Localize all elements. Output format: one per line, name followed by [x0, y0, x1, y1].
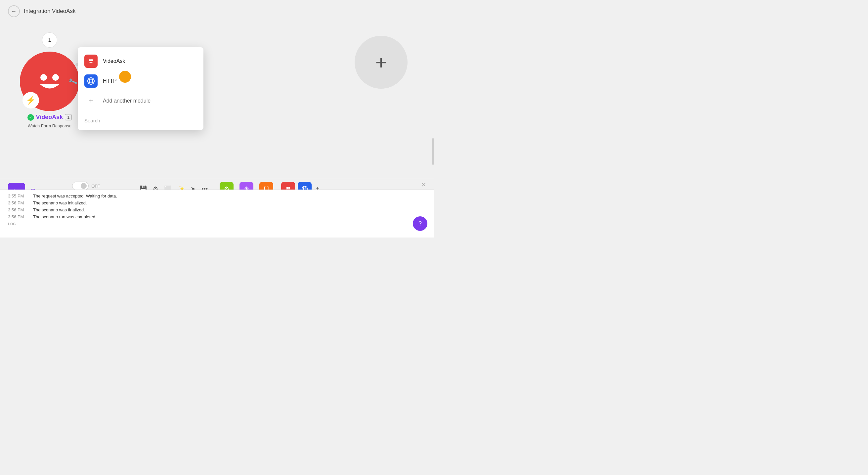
log-message-2: The scenario was initialized. [33, 200, 87, 205]
popup-add-module[interactable]: + Add another module [78, 91, 204, 111]
log-section: 3:55 PM The request was accepted. Waitin… [0, 190, 434, 238]
back-button[interactable]: ← [8, 5, 20, 17]
scheduling-toggle[interactable] [72, 182, 89, 190]
videoask-node-number: 1 [65, 114, 72, 120]
canvas-area: 1 ⚡ ✓ VideoAsk 1 Watch Form Response [0, 23, 434, 181]
add-node-button[interactable]: + [354, 36, 407, 89]
back-icon: ← [11, 8, 17, 14]
svg-point-9 [286, 187, 288, 189]
popup-http-icon [84, 74, 98, 88]
videoask-node-subtitle: Watch Form Response [28, 123, 71, 128]
log-message-1: The request was accepted. Waiting for da… [33, 193, 117, 198]
log-entry-3: 3:56 PM The scenario was finalized. [8, 207, 426, 213]
popup-videoask-icon [84, 55, 98, 68]
page-title: Integration VideoAsk [24, 8, 76, 14]
svg-point-10 [288, 187, 290, 189]
log-time-1: 3:55 PM [8, 193, 28, 198]
log-entry-1: 3:55 PM The request was accepted. Waitin… [8, 192, 426, 199]
add-node-plus-icon: + [375, 51, 387, 74]
check-icon: ✓ [27, 114, 34, 121]
videoask-face-icon [33, 65, 66, 98]
toggle-state-label: OFF [91, 184, 100, 189]
log-message-3: The scenario was finalized. [33, 208, 85, 212]
videoask-number-bubble: 1 [42, 32, 57, 48]
cursor-dot [119, 71, 131, 83]
svg-point-2 [89, 59, 91, 61]
close-button[interactable]: ✕ [421, 181, 426, 189]
help-icon: ? [418, 220, 422, 227]
popup-item-videoask[interactable]: VideoAsk [78, 51, 204, 71]
svg-point-1 [52, 74, 59, 81]
popup-divider [78, 113, 204, 113]
log-entry-4: 3:56 PM The scenario run was completed. [8, 213, 426, 220]
svg-point-0 [40, 74, 47, 81]
popup-videoask-label: VideoAsk [103, 58, 125, 64]
log-entry-2: 3:56 PM The scenario was initialized. [8, 199, 426, 207]
popup-http-label: HTTP [103, 78, 117, 84]
log-time-4: 3:56 PM [8, 214, 28, 219]
scroll-indicator[interactable] [432, 138, 434, 165]
popup-search[interactable]: Search [78, 115, 204, 126]
help-button[interactable]: ? [413, 216, 427, 231]
log-time-2: 3:56 PM [8, 200, 28, 205]
toggle-row: OFF [72, 182, 100, 190]
videoask-node-name: VideoAsk [36, 114, 63, 121]
toggle-knob [81, 183, 87, 189]
log-label: LOG [8, 222, 426, 226]
popup-item-http[interactable]: HTTP [78, 71, 204, 91]
header: ← Integration VideoAsk [0, 0, 434, 23]
search-placeholder: Search [84, 118, 100, 123]
module-popup: VideoAsk HTTP + Add another module Sear [78, 47, 204, 130]
svg-point-3 [91, 59, 93, 61]
log-time-3: 3:56 PM [8, 208, 28, 212]
add-module-label: Add another module [103, 98, 151, 104]
log-message-4: The scenario run was completed. [33, 214, 96, 219]
videoask-label-row: ✓ VideoAsk 1 [27, 114, 72, 121]
videoask-badge: ⚡ [23, 92, 39, 108]
add-module-plus-icon: + [84, 94, 98, 107]
lightning-icon: ⚡ [26, 96, 36, 105]
